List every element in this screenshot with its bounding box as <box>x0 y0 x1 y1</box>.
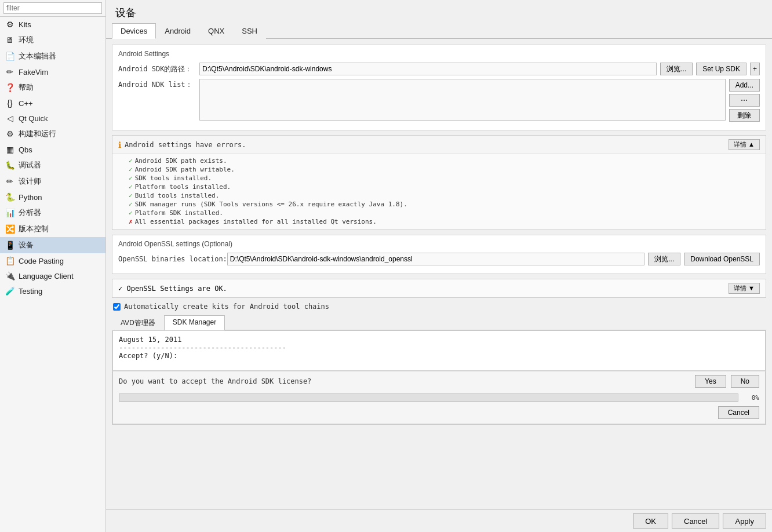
check-ok-icon: ✓ <box>129 201 133 208</box>
sub-tab-bar: AVD管理器SDK Manager <box>112 315 766 330</box>
openssl-title: Android OpenSSL settings (Optional) <box>118 240 760 248</box>
progress-percent: 0% <box>743 394 759 402</box>
ndk-options-button[interactable]: ⋯ <box>729 94 760 107</box>
sidebar-item-label-testing: Testing <box>19 287 42 296</box>
check-item: ✓Platform SDK installed. <box>129 209 760 217</box>
sidebar-item-debugger[interactable]: 🐛调试器 <box>0 157 105 173</box>
sidebar-item-fakevim[interactable]: ✏FakeVim <box>0 64 105 79</box>
analyzer-icon: 📊 <box>5 208 15 217</box>
sidebar-item-label-designer: 设计师 <box>19 176 41 187</box>
debugger-icon: 🐛 <box>5 161 15 170</box>
content-area: Android Settings Android SDK的路径： 浏览... S… <box>106 39 772 509</box>
check-ok-icon: ✓ <box>129 174 133 182</box>
sdk-path-row: Android SDK的路径： 浏览... Set Up SDK + <box>118 63 760 75</box>
page-title: 设备 <box>106 0 772 23</box>
check-fail-icon: ✗ <box>129 218 133 225</box>
ndk-delete-button[interactable]: 删除 <box>729 109 760 122</box>
ndk-add-button[interactable]: Add... <box>729 79 760 92</box>
sidebar-item-help[interactable]: ❓帮助 <box>0 79 105 96</box>
check-item: ✓Platform tools installed. <box>129 183 760 191</box>
ok-button[interactable]: OK <box>633 513 668 529</box>
progress-area: 0% <box>112 391 766 404</box>
tab-bar: DevicesAndroidQNXSSH <box>106 23 772 39</box>
setup-sdk-button[interactable]: Set Up SDK <box>696 63 746 75</box>
cancel-button[interactable]: Cancel <box>672 513 719 529</box>
sdk-path-input[interactable] <box>199 63 657 75</box>
terminal-area: August 15, 2011-------------------------… <box>112 330 766 371</box>
tab-devices[interactable]: Devices <box>112 23 156 39</box>
android-settings-title: Android Settings <box>118 50 760 58</box>
apply-button[interactable]: Apply <box>723 513 766 529</box>
sidebar-item-label-environment: 环境 <box>19 35 34 45</box>
python-icon: 🐍 <box>5 192 15 202</box>
sidebar-item-text-editor[interactable]: 📄文本编辑器 <box>0 48 105 64</box>
sidebar-item-build-run[interactable]: ⚙构建和运行 <box>0 126 105 142</box>
sidebar-item-qt-quick[interactable]: ◁Qt Quick <box>0 111 105 126</box>
sidebar-item-cpp[interactable]: {}C++ <box>0 96 105 111</box>
sidebar-item-python[interactable]: 🐍Python <box>0 190 105 205</box>
sidebar-item-label-qbs: Qbs <box>19 145 32 154</box>
tab-qnx[interactable]: QNX <box>199 23 233 39</box>
environment-icon: 🖥 <box>5 35 15 45</box>
sidebar-item-environment[interactable]: 🖥环境 <box>0 32 105 48</box>
auto-kits-checkbox[interactable] <box>113 303 121 311</box>
check-item: ✓SDK tools installed. <box>129 174 760 183</box>
sidebar-item-label-devices: 设备 <box>19 240 34 250</box>
sidebar-item-qbs[interactable]: ▦Qbs <box>0 142 105 157</box>
errors-box: ℹ Android settings have errors. 详情 ▲ ✓An… <box>112 135 766 230</box>
check-item: ✓Android SDK path writable. <box>129 165 760 174</box>
sidebar-item-label-fakevim: FakeVim <box>19 68 48 76</box>
download-openssl-button[interactable]: Download OpenSSL <box>684 253 760 265</box>
check-item: ✗All essential packages installed for al… <box>129 217 760 226</box>
sidebar-item-label-language-client: Language Client <box>19 272 74 280</box>
designer-icon: ✏ <box>5 177 15 186</box>
check-ok-icon: ✓ <box>129 209 133 217</box>
tab-ssh[interactable]: SSH <box>233 23 266 39</box>
terminal-line: ---------------------------------------- <box>119 344 759 352</box>
sidebar-item-label-qt-quick: Qt Quick <box>19 114 48 123</box>
errors-body: ✓Android SDK path exists.✓Android SDK pa… <box>112 154 766 229</box>
openssl-details-button[interactable]: 详情 ▼ <box>729 283 760 294</box>
sidebar-item-version-control[interactable]: 🔀版本控制 <box>0 221 105 237</box>
version-control-icon: 🔀 <box>5 224 15 234</box>
fakevim-icon: ✏ <box>5 67 15 76</box>
sidebar-item-label-build-run: 构建和运行 <box>19 129 56 139</box>
build-run-icon: ⚙ <box>5 129 15 139</box>
check-item: ✓SDK manager runs (SDK Tools versions <=… <box>129 200 760 209</box>
sidebar-item-designer[interactable]: ✏设计师 <box>0 173 105 190</box>
tab-android[interactable]: Android <box>156 23 199 39</box>
openssl-browse-button[interactable]: 浏览... <box>648 253 680 265</box>
sidebar-item-kits[interactable]: ⚙Kits <box>0 17 105 32</box>
check-item: ✓Build tools installed. <box>129 191 760 200</box>
sidebar-item-testing[interactable]: 🧪Testing <box>0 283 105 298</box>
auto-kits-label: Automatically create kits for Android to… <box>124 303 329 311</box>
sub-tab-sdk[interactable]: SDK Manager <box>164 315 225 330</box>
sub-tab-avd[interactable]: AVD管理器 <box>112 315 164 330</box>
check-ok-icon: ✓ <box>129 166 133 173</box>
sidebar-item-label-debugger: 调试器 <box>19 160 41 170</box>
sdk-path-label: Android SDK的路径： <box>118 64 199 74</box>
sidebar-item-label-python: Python <box>19 193 42 202</box>
ndk-label: Android NDK list： <box>118 79 199 90</box>
terminal-line: August 15, 2011 <box>119 336 759 344</box>
cpp-icon: {} <box>5 99 15 108</box>
errors-header: ℹ Android settings have errors. 详情 ▲ <box>112 136 766 154</box>
progress-bar <box>119 393 738 402</box>
sdk-browse-button[interactable]: 浏览... <box>660 63 693 75</box>
ndk-row: Android NDK list： Add... ⋯ 删除 <box>118 79 760 122</box>
qbs-icon: ▦ <box>5 145 15 154</box>
errors-details-button[interactable]: 详情 ▲ <box>729 139 760 150</box>
openssl-path-input[interactable] <box>227 253 644 265</box>
license-no-button[interactable]: No <box>731 375 759 388</box>
sdk-cancel-button[interactable]: Cancel <box>718 406 759 419</box>
sidebar-item-code-pasting[interactable]: 📋Code Pasting <box>0 253 105 268</box>
license-question: Do you want to accept the Android SDK li… <box>119 377 690 385</box>
sidebar-item-devices[interactable]: 📱设备 <box>0 237 105 253</box>
sidebar-item-language-client[interactable]: 🔌Language Client <box>0 268 105 283</box>
sdk-add-icon-button[interactable]: + <box>750 63 760 75</box>
filter-input[interactable] <box>3 2 102 14</box>
sidebar-item-analyzer[interactable]: 📊分析器 <box>0 205 105 221</box>
license-yes-button[interactable]: Yes <box>695 375 726 388</box>
openssl-ok-box: ✓ OpenSSL Settings are OK. 详情 ▼ <box>112 279 766 298</box>
openssl-ok-header: ✓ OpenSSL Settings are OK. 详情 ▼ <box>112 279 766 297</box>
